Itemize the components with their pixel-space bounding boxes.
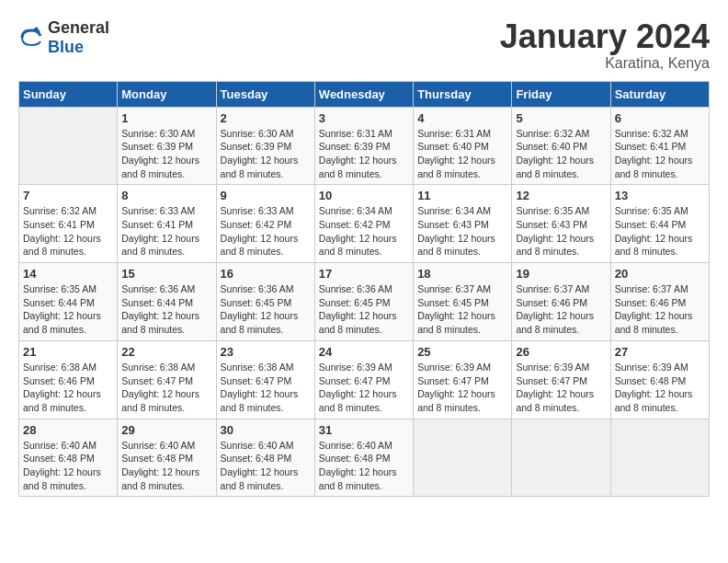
table-row: 21Sunrise: 6:38 AMSunset: 6:46 PMDayligh… [19, 340, 118, 419]
table-row: 25Sunrise: 6:39 AMSunset: 6:47 PMDayligh… [414, 340, 512, 419]
col-wednesday: Wednesday [314, 81, 413, 107]
day-info: Sunrise: 6:40 AMSunset: 6:48 PMDaylight:… [319, 439, 409, 493]
day-number: 14 [23, 267, 113, 281]
table-row: 22Sunrise: 6:38 AMSunset: 6:47 PMDayligh… [118, 340, 216, 419]
day-info: Sunrise: 6:40 AMSunset: 6:48 PMDaylight:… [221, 439, 311, 493]
day-number: 22 [121, 345, 211, 359]
table-row: 20Sunrise: 6:37 AMSunset: 6:46 PMDayligh… [610, 263, 709, 341]
calendar-week-row: 28Sunrise: 6:40 AMSunset: 6:48 PMDayligh… [19, 419, 710, 497]
day-info: Sunrise: 6:30 AMSunset: 6:39 PMDaylight:… [221, 127, 311, 181]
day-info: Sunrise: 6:38 AMSunset: 6:47 PMDaylight:… [121, 361, 211, 415]
col-friday: Friday [512, 81, 610, 107]
day-info: Sunrise: 6:37 AMSunset: 6:46 PMDaylight:… [615, 282, 705, 337]
day-info: Sunrise: 6:36 AMSunset: 6:45 PMDaylight:… [319, 282, 409, 337]
day-number: 6 [615, 111, 705, 125]
day-number: 16 [221, 267, 311, 281]
day-info: Sunrise: 6:35 AMSunset: 6:43 PMDaylight:… [516, 204, 606, 259]
table-row: 23Sunrise: 6:38 AMSunset: 6:47 PMDayligh… [216, 340, 314, 419]
day-number: 30 [221, 423, 311, 437]
table-row [19, 107, 118, 185]
day-info: Sunrise: 6:32 AMSunset: 6:40 PMDaylight:… [516, 127, 606, 181]
day-number: 10 [319, 189, 409, 202]
table-row: 10Sunrise: 6:34 AMSunset: 6:42 PMDayligh… [314, 185, 413, 263]
table-row: 30Sunrise: 6:40 AMSunset: 6:48 PMDayligh… [216, 419, 314, 497]
logo-text: General Blue [48, 18, 109, 57]
table-row: 15Sunrise: 6:36 AMSunset: 6:44 PMDayligh… [118, 263, 216, 341]
day-info: Sunrise: 6:31 AMSunset: 6:40 PMDaylight:… [417, 127, 507, 181]
day-number: 8 [121, 189, 211, 202]
day-info: Sunrise: 6:32 AMSunset: 6:41 PMDaylight:… [615, 127, 705, 181]
calendar-table: Sunday Monday Tuesday Wednesday Thursday… [18, 81, 710, 498]
table-row: 29Sunrise: 6:40 AMSunset: 6:48 PMDayligh… [118, 419, 216, 497]
day-number: 25 [417, 345, 507, 359]
day-info: Sunrise: 6:33 AMSunset: 6:41 PMDaylight:… [121, 204, 211, 259]
day-info: Sunrise: 6:39 AMSunset: 6:47 PMDaylight:… [516, 361, 606, 415]
table-row: 7Sunrise: 6:32 AMSunset: 6:41 PMDaylight… [19, 185, 118, 263]
day-info: Sunrise: 6:31 AMSunset: 6:39 PMDaylight:… [319, 127, 409, 181]
table-row: 18Sunrise: 6:37 AMSunset: 6:45 PMDayligh… [414, 263, 512, 341]
header: General Blue January 2024 Karatina, Keny… [18, 18, 710, 72]
day-number: 20 [615, 267, 705, 281]
title-area: January 2024 Karatina, Kenya [500, 18, 710, 72]
col-sunday: Sunday [19, 81, 118, 107]
day-number: 21 [23, 345, 113, 359]
day-number: 4 [417, 111, 507, 125]
day-number: 28 [23, 423, 113, 437]
table-row: 5Sunrise: 6:32 AMSunset: 6:40 PMDaylight… [512, 107, 610, 185]
day-number: 18 [417, 267, 507, 281]
table-row: 17Sunrise: 6:36 AMSunset: 6:45 PMDayligh… [314, 263, 413, 341]
day-info: Sunrise: 6:33 AMSunset: 6:42 PMDaylight:… [221, 204, 311, 259]
day-info: Sunrise: 6:38 AMSunset: 6:46 PMDaylight:… [23, 361, 113, 415]
table-row: 26Sunrise: 6:39 AMSunset: 6:47 PMDayligh… [512, 340, 610, 419]
table-row: 31Sunrise: 6:40 AMSunset: 6:48 PMDayligh… [314, 419, 413, 497]
day-number: 7 [23, 189, 113, 202]
day-info: Sunrise: 6:35 AMSunset: 6:44 PMDaylight:… [23, 282, 113, 337]
day-number: 13 [615, 189, 705, 202]
table-row: 9Sunrise: 6:33 AMSunset: 6:42 PMDaylight… [216, 185, 314, 263]
calendar-subtitle: Karatina, Kenya [500, 55, 710, 72]
day-number: 26 [516, 345, 606, 359]
day-number: 15 [121, 267, 211, 281]
col-thursday: Thursday [414, 81, 512, 107]
table-row: 27Sunrise: 6:39 AMSunset: 6:48 PMDayligh… [610, 340, 709, 419]
calendar-header-row: Sunday Monday Tuesday Wednesday Thursday… [19, 81, 710, 107]
col-tuesday: Tuesday [216, 81, 314, 107]
table-row: 3Sunrise: 6:31 AMSunset: 6:39 PMDaylight… [314, 107, 413, 185]
logo: General Blue [18, 18, 109, 57]
table-row: 11Sunrise: 6:34 AMSunset: 6:43 PMDayligh… [414, 185, 512, 263]
logo-blue: Blue [48, 38, 84, 56]
calendar-title: January 2024 [500, 18, 710, 55]
day-number: 12 [516, 189, 606, 202]
table-row: 1Sunrise: 6:30 AMSunset: 6:39 PMDaylight… [118, 107, 216, 185]
calendar-week-row: 21Sunrise: 6:38 AMSunset: 6:46 PMDayligh… [19, 340, 710, 419]
day-info: Sunrise: 6:40 AMSunset: 6:48 PMDaylight:… [23, 439, 113, 493]
day-number: 24 [319, 345, 409, 359]
table-row: 13Sunrise: 6:35 AMSunset: 6:44 PMDayligh… [610, 185, 709, 263]
day-info: Sunrise: 6:39 AMSunset: 6:47 PMDaylight:… [319, 361, 409, 415]
logo-general: General [48, 18, 109, 37]
calendar-week-row: 7Sunrise: 6:32 AMSunset: 6:41 PMDaylight… [19, 185, 710, 263]
day-info: Sunrise: 6:34 AMSunset: 6:42 PMDaylight:… [319, 204, 409, 259]
day-info: Sunrise: 6:38 AMSunset: 6:47 PMDaylight:… [221, 361, 311, 415]
table-row: 4Sunrise: 6:31 AMSunset: 6:40 PMDaylight… [414, 107, 512, 185]
logo-icon [18, 25, 44, 51]
day-info: Sunrise: 6:36 AMSunset: 6:44 PMDaylight:… [121, 282, 211, 337]
day-number: 23 [221, 345, 311, 359]
day-info: Sunrise: 6:34 AMSunset: 6:43 PMDaylight:… [417, 204, 507, 259]
table-row [414, 419, 512, 497]
calendar-week-row: 14Sunrise: 6:35 AMSunset: 6:44 PMDayligh… [19, 263, 710, 341]
day-number: 17 [319, 267, 409, 281]
table-row: 2Sunrise: 6:30 AMSunset: 6:39 PMDaylight… [216, 107, 314, 185]
table-row [512, 419, 610, 497]
table-row [610, 419, 709, 497]
day-info: Sunrise: 6:37 AMSunset: 6:45 PMDaylight:… [417, 282, 507, 337]
table-row: 8Sunrise: 6:33 AMSunset: 6:41 PMDaylight… [118, 185, 216, 263]
day-info: Sunrise: 6:39 AMSunset: 6:47 PMDaylight:… [417, 361, 507, 415]
day-info: Sunrise: 6:36 AMSunset: 6:45 PMDaylight:… [221, 282, 311, 337]
day-number: 5 [516, 111, 606, 125]
col-monday: Monday [118, 81, 216, 107]
table-row: 24Sunrise: 6:39 AMSunset: 6:47 PMDayligh… [314, 340, 413, 419]
table-row: 6Sunrise: 6:32 AMSunset: 6:41 PMDaylight… [610, 107, 709, 185]
table-row: 19Sunrise: 6:37 AMSunset: 6:46 PMDayligh… [512, 263, 610, 341]
table-row: 28Sunrise: 6:40 AMSunset: 6:48 PMDayligh… [19, 419, 118, 497]
